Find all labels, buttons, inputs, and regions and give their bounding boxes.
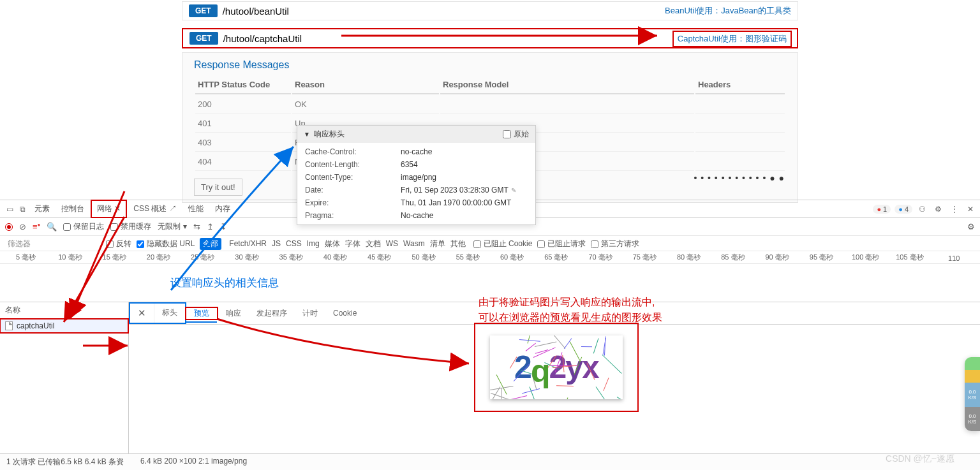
request-list-header: 名称 <box>0 302 128 319</box>
network-filters: 筛选器 反转 隐藏数据 URL 全部 Fetch/XHRJSCSSImg媒体字体… <box>0 236 980 251</box>
api-path: /hutool/beanUtil <box>223 6 289 17</box>
filter-wasm[interactable]: Wasm <box>401 239 427 249</box>
filter-字体[interactable]: 字体 <box>343 239 363 249</box>
captcha-preview-box: 2q2yx <box>474 323 639 412</box>
tab-cookie[interactable]: Cookie <box>325 305 364 321</box>
status-left: 1 次请求 已传输6.5 kB 6.4 kB 条资 <box>6 457 135 467</box>
hide-dataurl-checkbox[interactable]: 隐藏数据 URL <box>137 239 195 249</box>
filter-媒体[interactable]: 媒体 <box>322 239 343 249</box>
request-list: 名称 captchaUtil <box>0 302 129 470</box>
pagination-dots: • • • • • • • • • • • ● ● <box>694 173 785 183</box>
tab-memory[interactable]: 内存 <box>210 201 235 217</box>
tab-response[interactable]: 响应 <box>218 304 249 323</box>
request-item-captchautil[interactable]: captchaUtil <box>0 319 128 333</box>
record-icon[interactable] <box>5 223 13 231</box>
filter-js[interactable]: JS <box>269 239 283 249</box>
tab-network[interactable]: 网络 ✕ <box>91 200 127 218</box>
api-row-captchautil[interactable]: GET /hutool/captchaUtil CaptchaUtil使用：图形… <box>182 28 798 48</box>
http-method-badge: GET <box>189 32 218 45</box>
stop-icon[interactable]: ⊘ <box>19 222 26 231</box>
tab-console[interactable]: 控制台 <box>56 201 89 217</box>
filter-input[interactable]: 筛选器 <box>5 238 101 250</box>
response-headers-popup[interactable]: ▼ 响应标头 原始 Cache-Control:no-cacheContent-… <box>297 125 536 225</box>
third-party-checkbox[interactable]: 第三方请求 <box>591 239 639 249</box>
status-right: 6.4 kB 200 ×100 2:1 image/png <box>135 457 247 467</box>
more-icon[interactable]: ⋮ <box>948 202 961 216</box>
invert-checkbox[interactable]: 反转 <box>106 239 131 249</box>
disable-cache-checkbox[interactable]: 禁用缓存 <box>110 221 151 232</box>
side-widget[interactable]: 0.0K/S0.0K/S <box>965 357 980 431</box>
filter-icon[interactable]: ≡● <box>33 222 40 231</box>
api-path: /hutool/captchaUtil <box>223 33 302 44</box>
throttle-select[interactable]: 无限制 ▾ <box>158 221 186 232</box>
person-icon[interactable]: ⚇ <box>916 202 928 216</box>
col-status: HTTP Status Code <box>195 76 291 94</box>
annotation-red: 由于将验证码图片写入响应的输出流中,可以在浏览器的预览看见生成的图形效果 <box>479 295 662 325</box>
api-desc: CaptchaUtil使用：图形验证码 <box>672 31 792 47</box>
file-icon <box>5 321 13 330</box>
filter-css[interactable]: CSS <box>283 239 304 249</box>
network-timeline[interactable]: 5 毫秒10 毫秒15 毫秒20 毫秒25 毫秒30 毫秒35 毫秒40 毫秒4… <box>0 251 980 264</box>
tab-css-overview[interactable]: CSS 概述 ↗ <box>128 201 181 217</box>
tab-initiator[interactable]: 发起程序 <box>249 304 295 323</box>
blocked-cookie-checkbox[interactable]: 已阻止 Cookie <box>473 239 533 249</box>
tab-timing[interactable]: 计时 <box>295 304 325 323</box>
watermark: CSDN @忆~遂愿 <box>886 453 954 465</box>
gear-icon[interactable]: ⚙ <box>932 202 944 216</box>
headers-title: 响应标头 <box>314 129 345 140</box>
filter-文档[interactable]: 文档 <box>363 239 383 249</box>
inspect-icon[interactable]: ▭ <box>4 202 16 216</box>
api-row-beanutil[interactable]: GET /hutool/beanUtil BeanUtil使用：JavaBean… <box>182 1 798 20</box>
upload-icon[interactable]: ↥ <box>207 222 214 231</box>
raw-toggle[interactable]: 原始 <box>503 129 529 140</box>
device-icon[interactable]: ⧉ <box>17 202 28 216</box>
wifi-icon[interactable]: ⇆ <box>193 222 200 231</box>
filter-all[interactable]: 全部 <box>200 238 221 250</box>
annotation-blue: 设置响应头的相关信息 <box>170 275 279 290</box>
filter-fetch/xhr[interactable]: Fetch/XHR <box>226 239 269 249</box>
filter-清单[interactable]: 清单 <box>427 239 448 249</box>
settings-icon[interactable]: ⚙ <box>967 222 975 231</box>
blocked-req-checkbox[interactable]: 已阻止请求 <box>537 239 586 249</box>
message-badge[interactable]: 4 <box>895 205 912 214</box>
tab-elements[interactable]: 元素 <box>29 201 55 217</box>
preserve-log-checkbox[interactable]: 保留日志 <box>63 221 104 232</box>
http-method-badge: GET <box>189 4 218 17</box>
response-title: Response Messages <box>194 59 786 71</box>
filter-ws[interactable]: WS <box>383 239 401 249</box>
error-badge[interactable]: 1 <box>873 205 891 214</box>
col-headers: Headers <box>695 76 785 94</box>
status-bar: 1 次请求 已传输6.5 kB 6.4 kB 条资 6.4 kB 200 ×10… <box>0 453 980 470</box>
request-name: captchaUtil <box>17 321 54 330</box>
triangle-icon: ▼ <box>304 131 310 138</box>
col-reason: Reason <box>292 76 439 94</box>
filter-其他[interactable]: 其他 <box>448 239 468 249</box>
api-desc: BeanUtil使用：JavaBean的工具类 <box>665 5 791 17</box>
close-detail-button[interactable]: ✕ <box>130 304 154 323</box>
filter-img[interactable]: Img <box>304 239 322 249</box>
col-model: Response Model <box>440 76 694 94</box>
close-icon[interactable]: ✕ <box>965 202 976 216</box>
captcha-image: 2q2yx <box>490 335 623 399</box>
tab-performance[interactable]: 性能 <box>183 201 209 217</box>
search-icon[interactable]: 🔍 <box>47 222 57 231</box>
tab-headers[interactable]: 标头 <box>154 304 185 323</box>
download-icon[interactable]: ↧ <box>220 222 227 231</box>
tab-preview[interactable]: 预览 <box>186 305 217 323</box>
try-it-out-button[interactable]: Try it out! <box>194 179 242 196</box>
